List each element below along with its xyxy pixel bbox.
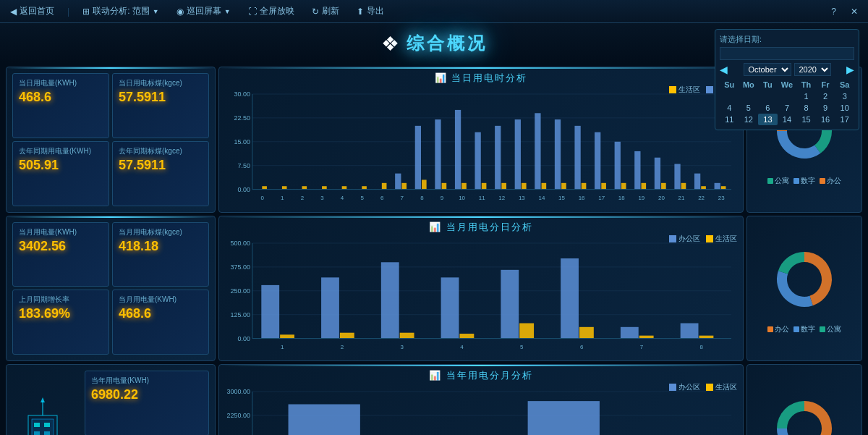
topbar-analysis[interactable]: ⊞ 联动分析: 范围 ▼ [78,4,163,19]
row3-chart-title: 📊 当年用电分月分析 [225,369,737,382]
svg-rect-40 [382,183,387,190]
cal-day[interactable]: 13 [758,114,778,125]
cal-day[interactable]: 5 [739,102,759,114]
cal-day[interactable]: 7 [778,102,797,114]
cal-day[interactable]: 12 [739,114,759,125]
svg-rect-97 [441,277,459,338]
back-icon: ◀ [10,7,17,17]
cal-day[interactable]: 14 [778,114,797,125]
svg-text:19: 19 [638,195,644,201]
help-button[interactable]: ? [827,5,841,18]
svg-rect-44 [461,183,467,190]
legend-life-dot [669,86,676,93]
svg-text:22: 22 [698,195,705,201]
topbar-right: ? ✕ [827,5,862,18]
svg-text:4: 4 [341,195,344,201]
svg-text:14: 14 [538,195,545,201]
export-icon: ⬆ [357,7,364,17]
svg-rect-108 [639,335,654,338]
row2-chart: 📊 当月用电分日分析 办公区 生活区 0.00125.00250.00375.0… [218,216,744,362]
svg-rect-41 [401,183,407,190]
cal-month-select[interactable]: October [744,63,791,76]
row1-stats: 当日用电量(KWH) 468.6 当日用电标煤(kgce) 57.5911 去年… [6,67,216,213]
legend-digital: 数字 [793,176,815,186]
svg-rect-24 [535,113,540,189]
svg-text:20: 20 [658,195,665,201]
cal-day[interactable]: 6 [758,102,778,114]
cal-day[interactable]: 4 [720,102,739,114]
cal-prev-button[interactable]: ◀ [720,64,728,75]
svg-rect-46 [501,183,506,190]
svg-text:10: 10 [459,195,465,201]
stat-daily-kwh: 当日用电量(KWH) 468.6 [12,73,109,138]
cal-day[interactable]: 2 [816,90,835,102]
svg-rect-37 [322,186,327,189]
cal-month-year: October 2020 [744,63,831,76]
svg-rect-35 [282,186,287,189]
svg-rect-45 [482,183,487,190]
stat-lastyear-kwh: 去年同期用电量(KWH) 505.91 [12,141,109,206]
help-icon: ? [831,7,836,17]
svg-rect-55 [681,183,686,190]
svg-text:2: 2 [301,195,305,201]
topbar-refresh[interactable]: ↻ 刷新 [307,4,344,19]
row2: 当月用电量(KWH) 3402.56 当月用电标煤(kgce) 418.18 上… [6,216,862,362]
svg-rect-123 [44,423,50,427]
row2-chart-svg: 0.00125.00250.00375.00500.0012345678 [225,237,737,355]
cal-day[interactable]: 9 [816,102,835,114]
cal-day[interactable]: 1 [796,90,816,102]
stat-growth: 上月同期增长率 183.69% [12,290,109,355]
svg-rect-54 [661,183,666,190]
cal-day[interactable]: 16 [816,114,835,125]
legend-life: 生活区 [669,85,700,95]
close-button[interactable]: ✕ [846,5,862,18]
svg-rect-101 [681,323,699,338]
svg-text:22.50: 22.50 [234,114,250,122]
analysis-icon: ⊞ [82,7,90,17]
svg-text:21: 21 [678,195,685,201]
svg-text:30.00: 30.00 [234,90,250,98]
cal-day[interactable]: 11 [720,114,739,125]
cal-day[interactable]: 15 [796,114,816,125]
svg-text:11: 11 [479,195,485,201]
chart-icon2: 📊 [429,221,442,232]
cal-day[interactable]: 10 [835,102,854,114]
svg-rect-36 [302,186,307,189]
dropdown-icon2: ▼ [224,8,231,15]
chart-icon3: 📊 [429,370,442,381]
svg-rect-57 [721,186,726,189]
row3-chart-svg: 0.00750.001500.002250.003000.009月10月 [225,385,737,435]
legend-apt: 公寓 [767,176,789,186]
svg-rect-144 [289,405,360,435]
cal-day[interactable]: 17 [835,114,854,125]
svg-text:0: 0 [260,195,264,201]
svg-rect-17 [395,174,401,190]
svg-text:7.50: 7.50 [237,162,250,169]
legend3-life: 生活区 [706,382,737,392]
topbar-export[interactable]: ⬆ 导出 [352,4,388,19]
legend2-office-dot [669,235,676,242]
cal-day[interactable]: 8 [796,102,816,114]
row1-chart-svg: 0.007.5015.0022.5030.0001234567891011121… [225,88,737,206]
svg-rect-125 [44,431,50,435]
svg-rect-95 [321,277,339,338]
svg-rect-109 [699,335,713,338]
svg-rect-28 [615,142,621,190]
legend2-life: 生活区 [706,234,737,244]
svg-rect-124 [34,431,40,435]
svg-rect-107 [579,326,594,338]
svg-rect-52 [621,183,626,190]
legend3-office-dot [669,384,676,391]
calendar-date-input[interactable] [720,47,854,60]
cal-day [778,90,797,102]
svg-rect-23 [515,119,521,190]
cal-year-select[interactable]: 2020 [794,63,831,76]
topbar-back[interactable]: ◀ 返回首页 [6,4,59,19]
cal-next-button[interactable]: ▶ [846,64,854,75]
chart-icon: 📊 [435,72,448,83]
svg-text:18: 18 [618,195,625,201]
topbar-screen[interactable]: ◉ 巡回屏幕 ▼ [172,4,235,19]
topbar-fullscreen[interactable]: ⛶ 全屏放映 [244,4,299,19]
stat-lastyear-kgce: 去年同期标煤(kgce) 57.5911 [112,141,209,206]
cal-day[interactable]: 3 [835,90,854,102]
